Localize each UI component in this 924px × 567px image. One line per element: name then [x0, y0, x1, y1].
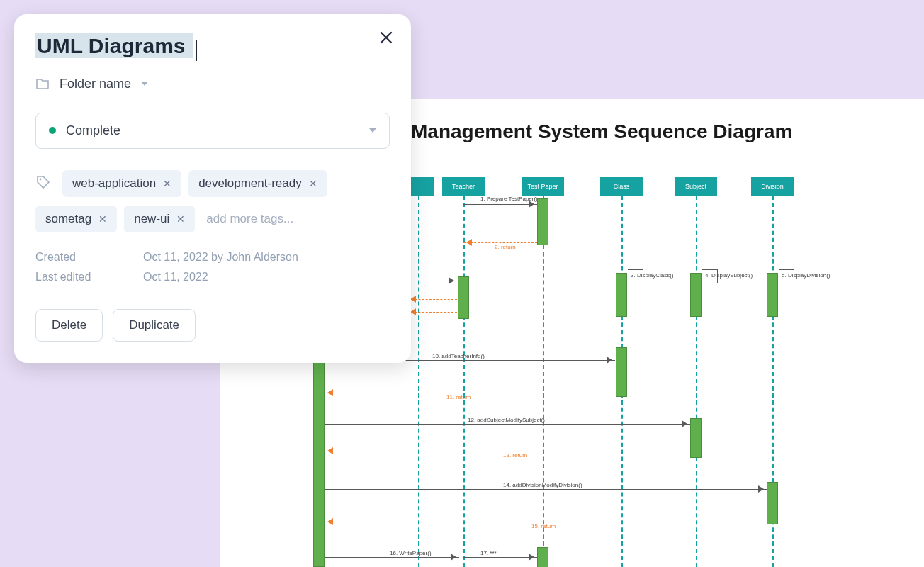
activation-bar: [690, 273, 702, 317]
tag-remove-icon[interactable]: ✕: [176, 213, 185, 225]
status-select[interactable]: Complete: [35, 113, 390, 149]
lifeline-class[interactable]: Class: [600, 177, 643, 196]
tag-remove-icon[interactable]: ✕: [98, 213, 107, 225]
tag-icon: [35, 174, 51, 193]
activation-bar: [767, 273, 778, 317]
meta-label: Created: [35, 251, 99, 264]
lifeline-teacher[interactable]: Teacher: [442, 177, 485, 196]
message-arrow[interactable]: [407, 281, 457, 281]
message-arrow[interactable]: [463, 204, 537, 205]
lifeline-line: [696, 196, 697, 567]
meta-last-edited: Last edited Oct 11, 2022: [35, 271, 390, 284]
return-arrow[interactable]: [325, 451, 690, 451]
return-label: 13. return: [503, 452, 527, 459]
return-arrow[interactable]: [407, 299, 457, 300]
chevron-down-icon: [369, 128, 376, 133]
meta-label: Last edited: [35, 271, 99, 284]
meta-created: Created Oct 11, 2022 by John Alderson: [35, 251, 390, 264]
message-label: 3. DisplayClass(): [631, 272, 673, 279]
tag-chip[interactable]: new-ui✕: [124, 206, 195, 232]
add-tags-input[interactable]: add more tags...: [206, 212, 293, 226]
close-button[interactable]: [378, 30, 394, 48]
text-cursor: [196, 40, 197, 61]
tag-remove-icon[interactable]: ✕: [309, 178, 317, 189]
chevron-down-icon: [141, 82, 148, 86]
return-arrow[interactable]: [463, 242, 537, 243]
message-arrow[interactable]: [325, 489, 767, 490]
return-label: 15. return: [531, 523, 556, 529]
diagram-title: Management System Sequence Diagram: [411, 120, 792, 143]
lifeline-line: [463, 196, 465, 567]
lifeline-division[interactable]: Division: [751, 177, 794, 196]
tag-remove-icon[interactable]: ✕: [163, 178, 171, 189]
tag-chip[interactable]: sometag✕: [35, 206, 117, 232]
tags-field-row2[interactable]: sometag✕ new-ui✕ add more tags...: [35, 206, 390, 232]
message-label: 10. addTeacherInfo(): [432, 353, 485, 359]
lifeline-subject[interactable]: Subject: [675, 177, 717, 196]
tag-chip[interactable]: development-ready✕: [188, 170, 327, 197]
activation-bar: [537, 198, 548, 245]
folder-name: Folder name: [60, 77, 131, 91]
return-label: 2. return: [495, 244, 516, 250]
activation-bar: [537, 547, 548, 567]
properties-panel: UML Diagrams Folder name Complete web-ap…: [14, 14, 411, 363]
tags-field[interactable]: web-application✕ development-ready✕: [35, 170, 390, 197]
activation-bar: [616, 273, 627, 317]
message-arrow[interactable]: [325, 424, 690, 425]
tag-chip[interactable]: web-application✕: [62, 170, 181, 197]
duplicate-button[interactable]: Duplicate: [113, 309, 196, 342]
activation-bar: [458, 276, 469, 319]
folder-selector[interactable]: Folder name: [35, 77, 390, 91]
message-label: 14. addDivisionModifyDivision(): [503, 482, 582, 488]
message-label: 4. DisplaySubject(): [705, 272, 753, 279]
activation-bar: [690, 418, 702, 458]
lifeline-line: [543, 196, 544, 567]
return-arrow[interactable]: [407, 312, 457, 313]
meta-value: Oct 11, 2022: [143, 271, 208, 284]
message-label: 12. addSubjectModifySubject(): [468, 417, 545, 423]
lifeline-line: [418, 196, 419, 567]
document-title-input[interactable]: UML Diagrams: [35, 33, 193, 58]
return-arrow[interactable]: [325, 393, 615, 393]
lifeline-testpaper[interactable]: Test Paper: [522, 177, 564, 196]
close-icon: [378, 30, 394, 45]
message-label: 5. DisplayDivision(): [782, 272, 830, 279]
message-label: 17. ***: [480, 550, 497, 556]
delete-button[interactable]: Delete: [35, 309, 103, 342]
return-arrow[interactable]: [325, 522, 767, 522]
message-label: 16. WritePaper(): [390, 550, 432, 556]
message-arrow[interactable]: [463, 557, 537, 558]
meta-value: Oct 11, 2022 by John Alderson: [143, 251, 298, 264]
folder-icon: [35, 77, 50, 90]
svg-point-0: [40, 178, 42, 180]
status-value: Complete: [66, 123, 359, 138]
return-label: 11. return: [446, 394, 471, 400]
status-dot-icon: [49, 127, 56, 134]
activation-bar: [767, 482, 778, 524]
message-arrow[interactable]: [325, 557, 459, 558]
activation-bar: [616, 347, 627, 397]
message-label: 1. Prepare TestPaper(): [480, 196, 538, 202]
